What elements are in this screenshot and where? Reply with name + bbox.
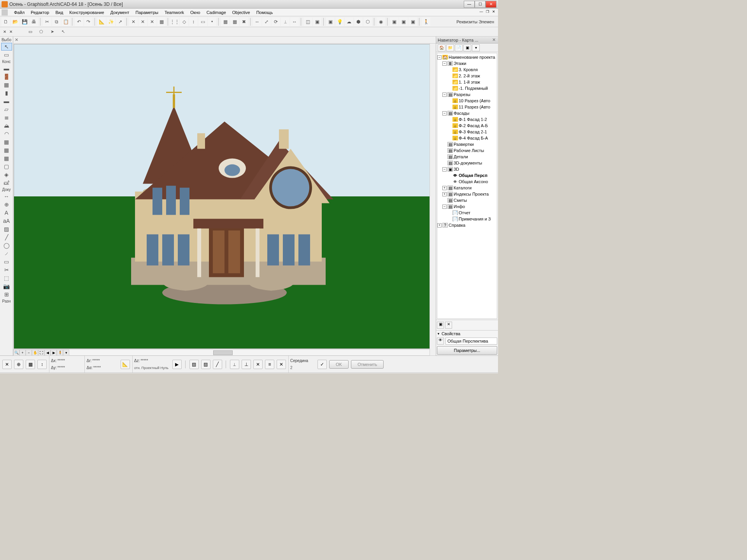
tree-facade-4[interactable]: ⌂Ф-4 Фасад Б-А (437, 135, 497, 141)
menu-cadimage[interactable]: Cadimage (203, 9, 229, 16)
tree-catalogs[interactable]: +▤Каталоги (437, 185, 497, 191)
properties-field[interactable]: Общая Перспектива (445, 338, 497, 345)
save-icon[interactable]: 💾 (20, 18, 29, 26)
copy-icon[interactable]: ⧉ (52, 18, 61, 26)
tool-u-icon[interactable]: ▣ (390, 18, 398, 26)
tree-floor-2[interactable]: 📁2. 2-й этаж (437, 73, 497, 79)
person-icon[interactable]: 🚶 (422, 18, 430, 26)
print-icon[interactable]: 🖶 (30, 18, 38, 26)
level-tool[interactable]: ⊕ (1, 201, 12, 208)
tree-facade-3[interactable]: ⌂Ф-3 Фасад 2-1 (437, 129, 497, 135)
wall-tool[interactable]: ▬ (1, 65, 12, 72)
tool-w-icon[interactable]: ▣ (409, 18, 417, 26)
drawing-tool[interactable]: ▭ (1, 258, 12, 266)
tree-help[interactable]: +?Справка (437, 222, 497, 228)
cut-icon[interactable]: ✂ (43, 18, 51, 26)
coord-line-icon[interactable]: ╱ (213, 360, 222, 369)
coord-polar-icon[interactable]: ↕ (37, 360, 47, 369)
tree-floors[interactable]: −≣Этажи (437, 60, 497, 66)
tree-info-report[interactable]: 📄Отчет (437, 210, 497, 216)
nav-project-icon[interactable]: 🏠 (438, 44, 445, 51)
tool-e-icon[interactable]: ▦ (221, 18, 230, 26)
stair-tool[interactable]: ≣ (1, 114, 12, 121)
menu-help[interactable]: Помощь (253, 9, 276, 16)
tree-section-10[interactable]: ⌂10 Разрез (Авто (437, 98, 497, 104)
nav-new-icon[interactable]: ▣ (437, 322, 444, 329)
pick-icon[interactable]: ↗ (116, 18, 124, 26)
tree-floor-1[interactable]: 📁1. 1-й этаж (437, 79, 497, 85)
roof-tool[interactable]: ⛰ (1, 122, 12, 130)
tree-details[interactable]: ▤Детали (437, 154, 497, 160)
tool-i-icon[interactable]: ⤢ (262, 18, 271, 26)
tree-info-notes[interactable]: 📄Примечания и З (437, 216, 497, 222)
snap2-icon[interactable]: ✕ (139, 18, 147, 26)
beam-tool[interactable]: ▬ (1, 97, 12, 105)
dim-tool[interactable]: ↔ (1, 192, 12, 200)
tree-facade-1[interactable]: ⌂Ф-1 Фасад 1-2 (437, 116, 497, 122)
polyline-tool[interactable]: ⟋ (1, 250, 12, 257)
dx-value[interactable]: ***** (57, 359, 81, 363)
nav-view-icon[interactable]: 📁 (446, 44, 454, 51)
tool-t-icon[interactable]: ◉ (377, 18, 385, 26)
coord-divide-icon[interactable]: ✕ (277, 360, 286, 369)
undo-icon[interactable]: ↶ (75, 18, 83, 26)
tool-b-icon[interactable]: ↕ (189, 18, 198, 26)
view-opt-icon[interactable]: ▾ (63, 350, 69, 356)
tool-g-icon[interactable]: ✖ (240, 18, 248, 26)
coord-height-icon[interactable]: 📐 (121, 360, 130, 369)
slab-tool[interactable]: ▱ (1, 105, 12, 113)
open-icon[interactable]: 📂 (11, 18, 19, 26)
skylight-tool[interactable]: ▦ (1, 138, 12, 146)
coord-tang-icon[interactable]: ⊥ (242, 360, 251, 369)
tool-l-icon[interactable]: ↔ (290, 18, 299, 26)
dz-value[interactable]: ***** (140, 359, 164, 363)
tool-k-icon[interactable]: ⟂ (281, 18, 289, 26)
tree-3d-persp[interactable]: 👁Общая Персп (437, 172, 497, 178)
zoom-tool-icon[interactable]: 🔍 (13, 350, 19, 356)
select-close-icon[interactable]: ✕ (3, 30, 6, 34)
tree-indexes[interactable]: +▤Индексы Проекта (437, 191, 497, 197)
fill-tool[interactable]: ▨ (1, 225, 12, 233)
snap4-icon[interactable]: ▦ (157, 18, 166, 26)
coord-offset-icon[interactable]: ≡ (265, 360, 274, 369)
ok-button[interactable]: OK (329, 360, 349, 369)
tool-f-icon[interactable]: ▦ (230, 18, 239, 26)
tool-o-icon[interactable]: ▣ (326, 18, 335, 26)
doc-close[interactable]: ✕ (491, 10, 496, 15)
sel-cursor-icon[interactable]: ↖ (59, 28, 67, 36)
select-close2-icon[interactable]: ✕ (9, 30, 12, 34)
tree-razvertki[interactable]: ▤Развертки (437, 141, 497, 147)
menu-objective[interactable]: Objective (229, 9, 253, 16)
tree-floor-neg1[interactable]: 📁-1. Подземный (437, 85, 497, 91)
tree-floor-3[interactable]: 📁3. Кровля (437, 66, 497, 73)
dy-value[interactable]: ***** (57, 366, 81, 370)
menu-view[interactable]: Вид (52, 9, 66, 16)
tool-v-icon[interactable]: ▣ (399, 18, 408, 26)
tool-p-icon[interactable]: 💡 (335, 18, 344, 26)
coord-snap1-icon[interactable]: ▨ (189, 360, 199, 369)
tree-sections[interactable]: −▤Разрезы (437, 91, 497, 98)
zoom-in-icon[interactable]: + (19, 350, 26, 356)
tree-section-11[interactable]: ⌂11 Разрез (Авто (437, 104, 497, 110)
orbit-icon[interactable]: 🧍 (57, 350, 63, 356)
coord-close-icon[interactable]: ✕ (2, 360, 12, 369)
coord-origin-icon[interactable]: ⊕ (14, 360, 23, 369)
coord-snap2-icon[interactable]: ▨ (201, 360, 210, 369)
tree-project[interactable]: −🏠Наименование проекта (437, 54, 497, 60)
nav-del-icon[interactable]: ✕ (445, 322, 452, 329)
prev-view-icon[interactable]: ◀ (44, 350, 51, 356)
window-tool[interactable]: ▦ (1, 81, 12, 89)
coord-int-icon[interactable]: ✕ (253, 360, 263, 369)
label-tool[interactable]: aA (1, 217, 12, 225)
nav-pub-icon[interactable]: ▣ (463, 44, 471, 51)
navigator-close-icon[interactable]: ✕ (491, 37, 496, 42)
menu-teamwork[interactable]: Teamwork (161, 9, 187, 16)
snap3-icon[interactable]: ✕ (148, 18, 156, 26)
parameters-button[interactable]: Параметры... (437, 346, 497, 355)
tool-a-icon[interactable]: ◇ (180, 18, 188, 26)
grid-icon[interactable]: ⋮⋮ (170, 18, 179, 26)
mid-value[interactable]: 2 (290, 366, 314, 370)
shell-tool[interactable]: ◠ (1, 130, 12, 138)
coord-check-icon[interactable]: ✓ (317, 360, 327, 369)
nav-opt-icon[interactable]: ▾ (472, 44, 480, 51)
